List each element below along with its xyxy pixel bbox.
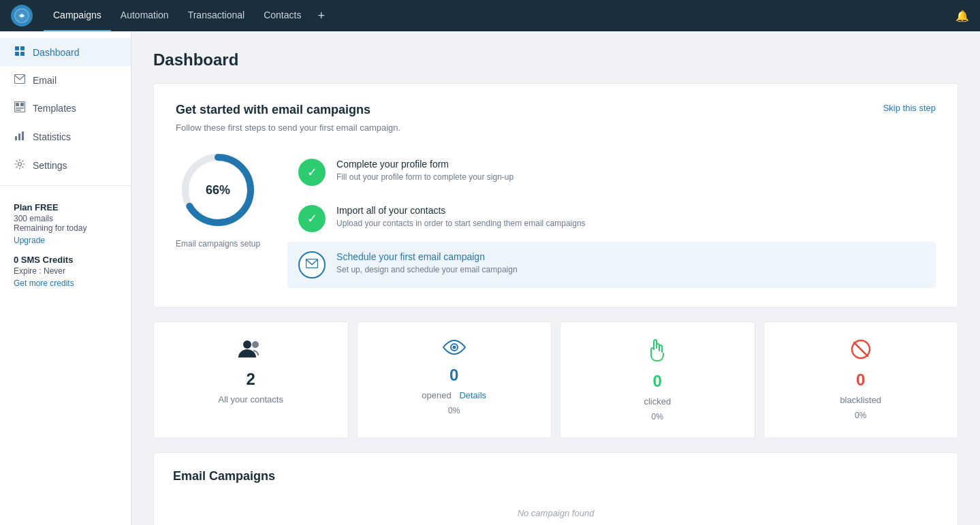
blacklisted-percent: 0%: [855, 411, 866, 420]
sidebar: Dashboard Email Templates: [0, 31, 131, 525]
contacts-label: All your contacts: [219, 394, 283, 404]
sms-credits-title: 0 SMS Credits: [14, 255, 117, 265]
svg-rect-13: [22, 131, 24, 140]
donut-wrap: 66% Email campaigns setup: [176, 149, 260, 249]
sidebar-item-email-label: Email: [33, 75, 57, 86]
main-content: Dashboard Get started with email campaig…: [131, 31, 980, 525]
nav-automation[interactable]: Automation: [111, 0, 178, 31]
plan-section: Plan FREE 300 emails Remaining for today…: [0, 191, 131, 299]
plan-remaining: Remaining for today: [14, 223, 117, 233]
donut-percent-label: 66%: [206, 183, 230, 197]
sidebar-divider: [0, 185, 131, 186]
sidebar-item-dashboard[interactable]: Dashboard: [0, 38, 131, 67]
no-campaigns-text: No campaign found: [173, 494, 938, 525]
email-campaigns-card: Email Campaigns No campaign found: [153, 452, 958, 525]
sms-expire: Expire : Never: [14, 266, 117, 276]
top-navigation: Campaigns Automation Transactional Conta…: [0, 0, 980, 31]
sidebar-item-email[interactable]: Email: [0, 67, 131, 94]
plan-name: Plan FREE: [14, 202, 117, 212]
clicked-percent: 0%: [652, 412, 663, 421]
email-campaigns-title: Email Campaigns: [173, 469, 938, 483]
hand-icon: [647, 338, 667, 366]
step-3-text: Schedule your first email campaign Set u…: [336, 251, 518, 274]
email-icon: [14, 74, 26, 86]
svg-rect-11: [15, 136, 17, 140]
templates-icon: [14, 101, 26, 115]
step-item-campaign: Schedule your first email campaign Set u…: [287, 242, 936, 288]
get-started-subtitle: Follow these first steps to send your fi…: [176, 123, 936, 133]
step-3-icon: [298, 251, 326, 279]
setup-content: 66% Email campaigns setup ✓ Complete you…: [176, 149, 936, 288]
step-2-text: Import all of your contacts Upload your …: [336, 205, 586, 228]
blacklisted-label: blacklisted: [840, 395, 881, 405]
step-item-profile: ✓ Complete your profile form Fill out yo…: [287, 149, 936, 195]
upgrade-link[interactable]: Upgrade: [14, 236, 117, 245]
get-started-card: Get started with email campaigns Follow …: [153, 83, 958, 308]
opened-percent: 0%: [448, 406, 460, 415]
envelope-icon: [306, 259, 318, 271]
svg-rect-3: [15, 52, 19, 56]
stat-card-clicked: 0 clicked 0%: [560, 321, 755, 439]
page-title: Dashboard: [153, 50, 958, 69]
sidebar-item-dashboard-label: Dashboard: [33, 47, 80, 58]
svg-rect-10: [16, 110, 21, 111]
step-item-contacts: ✓ Import all of your contacts Upload you…: [287, 195, 936, 242]
svg-point-14: [18, 163, 22, 166]
skip-step-button[interactable]: Skip this step: [883, 103, 936, 113]
contacts-count: 2: [247, 370, 255, 389]
opened-details-link[interactable]: Details: [459, 390, 486, 400]
settings-icon: [14, 159, 26, 172]
svg-rect-1: [15, 46, 19, 50]
app-logo: [11, 5, 33, 27]
nav-contacts[interactable]: Contacts: [254, 0, 311, 31]
svg-rect-2: [20, 46, 25, 50]
stat-card-blacklisted: 0 blacklisted 0%: [763, 321, 959, 439]
opened-label: opened Details: [422, 390, 486, 400]
step-2-icon: ✓: [298, 205, 326, 232]
sidebar-item-templates-label: Templates: [33, 103, 76, 114]
donut-chart: 66%: [177, 149, 259, 231]
sidebar-item-templates[interactable]: Templates: [0, 94, 131, 123]
svg-rect-9: [16, 108, 24, 109]
nav-transactional[interactable]: Transactional: [178, 0, 255, 31]
get-more-credits-link[interactable]: Get more credits: [14, 279, 117, 288]
svg-rect-8: [20, 103, 24, 106]
svg-rect-7: [16, 103, 19, 106]
step-1-title: Complete your profile form: [336, 159, 513, 170]
sidebar-item-statistics-label: Statistics: [33, 131, 71, 142]
sidebar-item-settings[interactable]: Settings: [0, 151, 131, 180]
statistics-icon: [14, 130, 26, 144]
step-3-desc: Set up, design and schedule your email c…: [336, 265, 518, 274]
svg-point-19: [252, 341, 259, 348]
stat-card-opened: 0 opened Details 0%: [357, 321, 552, 439]
checkmark-icon: ✓: [307, 165, 317, 180]
notification-bell[interactable]: 🔔: [955, 10, 969, 22]
stats-row: 2 All your contacts 0 opened Detai: [153, 321, 958, 439]
clicked-label: clicked: [644, 396, 671, 407]
step-2-title: Import all of your contacts: [336, 205, 586, 216]
steps-list: ✓ Complete your profile form Fill out yo…: [287, 149, 936, 288]
block-icon: [850, 338, 872, 365]
plan-emails: 300 emails: [14, 214, 117, 223]
get-started-title: Get started with email campaigns: [176, 103, 936, 117]
step-2-desc: Upload your contacts in order to start s…: [336, 219, 586, 228]
dashboard-icon: [14, 46, 26, 59]
svg-rect-4: [20, 52, 25, 56]
step-3-title[interactable]: Schedule your first email campaign: [336, 251, 518, 262]
add-nav-button[interactable]: +: [311, 9, 332, 23]
step-1-desc: Fill out your profile form to complete y…: [336, 172, 513, 182]
sidebar-item-statistics[interactable]: Statistics: [0, 123, 131, 151]
svg-line-23: [854, 343, 868, 356]
nav-campaigns[interactable]: Campaigns: [44, 0, 111, 31]
blacklisted-count: 0: [856, 370, 865, 389]
step-1-text: Complete your profile form Fill out your…: [336, 159, 513, 182]
stat-card-contacts: 2 All your contacts: [153, 321, 349, 439]
svg-rect-12: [18, 133, 20, 140]
step-1-icon: ✓: [298, 159, 326, 186]
clicked-count: 0: [653, 372, 662, 391]
opened-count: 0: [449, 366, 458, 385]
svg-point-21: [452, 346, 456, 349]
donut-caption: Email campaigns setup: [176, 239, 260, 249]
eye-icon: [442, 338, 467, 360]
svg-point-18: [243, 340, 251, 349]
